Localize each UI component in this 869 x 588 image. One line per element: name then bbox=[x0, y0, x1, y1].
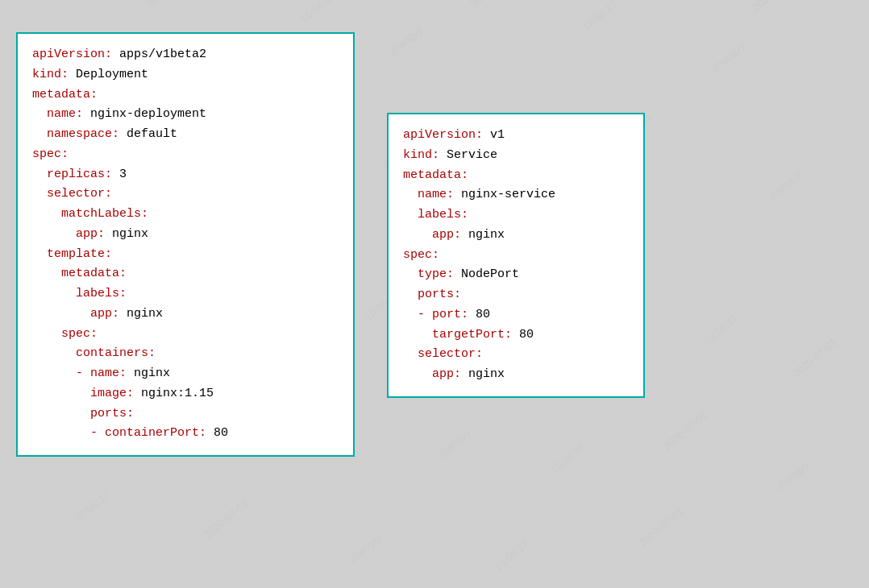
code-line: spec: bbox=[32, 325, 339, 345]
code-line: apiVersion: v1 bbox=[403, 126, 629, 146]
code-line: image: nginx:1.15 bbox=[32, 384, 339, 404]
code-line: labels: bbox=[32, 284, 339, 304]
code-line: kind: Deployment bbox=[32, 65, 339, 85]
code-line: ports: bbox=[403, 285, 629, 305]
code-line: template: bbox=[32, 245, 339, 265]
code-line: app: nginx bbox=[32, 225, 339, 245]
code-line: name: nginx-deployment bbox=[32, 105, 339, 125]
main-content: apiVersion: apps/v1beta2kind: Deployment… bbox=[0, 0, 869, 588]
code-line: labels: bbox=[403, 205, 629, 226]
code-line: matchLabels: bbox=[32, 205, 339, 225]
code-line: - containerPort: 80 bbox=[32, 424, 339, 444]
code-line: name: nginx-service bbox=[403, 185, 629, 205]
code-line: containers: bbox=[32, 344, 339, 364]
code-line: app: nginx bbox=[403, 226, 629, 246]
code-line: targetPort: 80 bbox=[403, 325, 629, 346]
code-line: apiVersion: apps/v1beta2 bbox=[32, 45, 339, 65]
code-line: selector: bbox=[403, 345, 629, 365]
code-line: metadata: bbox=[403, 166, 629, 186]
code-line: type: NodePort bbox=[403, 265, 629, 285]
service-code-box: apiVersion: v1kind: Servicemetadata: nam… bbox=[387, 113, 645, 398]
code-line: ports: bbox=[32, 404, 339, 424]
code-line: metadata: bbox=[32, 264, 339, 284]
code-line: app: nginx bbox=[403, 365, 629, 385]
code-line: - name: nginx bbox=[32, 364, 339, 384]
code-line: app: nginx bbox=[32, 304, 339, 325]
code-line: namespace: default bbox=[32, 125, 339, 145]
code-line: replicas: 3 bbox=[32, 165, 339, 185]
deployment-code-box: apiVersion: apps/v1beta2kind: Deployment… bbox=[16, 32, 355, 457]
code-line: selector: bbox=[32, 184, 339, 205]
code-line: metadata: bbox=[32, 85, 339, 106]
code-line: - port: 80 bbox=[403, 305, 629, 325]
code-line: spec: bbox=[32, 145, 339, 165]
code-line: spec: bbox=[403, 246, 629, 266]
code-line: kind: Service bbox=[403, 146, 629, 166]
